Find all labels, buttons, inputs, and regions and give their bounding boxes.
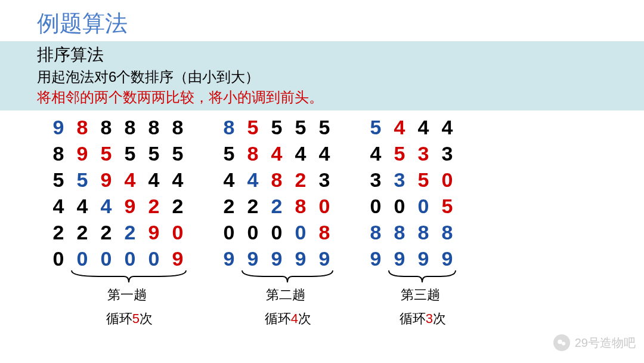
cell: 0 bbox=[143, 245, 165, 272]
cell: 4 bbox=[314, 140, 335, 167]
cell: 0 bbox=[167, 219, 188, 245]
cell: 0 bbox=[365, 193, 386, 219]
brace-icon bbox=[240, 269, 335, 285]
cell: 2 bbox=[218, 193, 240, 219]
cell: 2 bbox=[119, 219, 141, 245]
pass-block-1: 985420895420859420854920854290854209 第一趟… bbox=[48, 114, 188, 328]
cell: 0 bbox=[218, 219, 240, 245]
cell: 2 bbox=[95, 219, 117, 245]
cell: 0 bbox=[436, 167, 458, 193]
cell: 3 bbox=[436, 140, 458, 167]
cell: 4 bbox=[218, 167, 240, 193]
cell: 5 bbox=[95, 140, 117, 167]
cell: 8 bbox=[436, 219, 458, 245]
cell: 8 bbox=[218, 114, 240, 140]
grid-column: 985420 bbox=[48, 114, 69, 272]
cell: 4 bbox=[143, 167, 165, 193]
cell: 9 bbox=[143, 219, 165, 245]
grid-column: 430589 bbox=[436, 114, 458, 272]
watermark: 29号造物吧 bbox=[553, 334, 636, 351]
grid-column: 584209 bbox=[242, 114, 264, 272]
cell: 9 bbox=[314, 245, 335, 272]
cell: 0 bbox=[119, 245, 141, 272]
cell: 9 bbox=[242, 245, 264, 272]
cell: 9 bbox=[413, 245, 434, 272]
grid-column: 435089 bbox=[413, 114, 434, 272]
cell: 5 bbox=[389, 140, 410, 167]
pass-label: 第一趟 bbox=[107, 286, 147, 304]
grid-column: 542809 bbox=[290, 114, 311, 272]
cell: 4 bbox=[119, 167, 141, 193]
grid-column: 895420 bbox=[72, 114, 93, 272]
cell: 5 bbox=[218, 140, 240, 167]
watermark-text: 29号造物吧 bbox=[575, 335, 636, 351]
pass-block-3: 543089453089435089430589 第三趟循环3次 bbox=[365, 114, 458, 328]
cell: 3 bbox=[389, 167, 410, 193]
cell: 2 bbox=[266, 193, 287, 219]
pass-label: 第三趟 bbox=[401, 286, 440, 304]
cell: 0 bbox=[95, 245, 117, 272]
svg-point-0 bbox=[558, 340, 562, 344]
cell: 9 bbox=[266, 245, 287, 272]
cell: 2 bbox=[48, 219, 69, 245]
brace-icon bbox=[386, 269, 458, 285]
cell: 9 bbox=[389, 245, 410, 272]
cell: 8 bbox=[143, 114, 165, 140]
cell: 9 bbox=[365, 245, 386, 272]
cell: 0 bbox=[413, 193, 434, 219]
loop-label: 循环4次 bbox=[265, 310, 311, 328]
grid-column: 854290 bbox=[143, 114, 165, 272]
cell: 4 bbox=[72, 193, 93, 219]
grid-column: 543089 bbox=[365, 114, 386, 272]
cell: 4 bbox=[389, 114, 410, 140]
cell: 0 bbox=[72, 245, 93, 272]
cell: 0 bbox=[314, 193, 335, 219]
cell: 9 bbox=[48, 114, 69, 140]
cell: 0 bbox=[266, 219, 287, 245]
cell: 5 bbox=[365, 114, 386, 140]
cell: 3 bbox=[365, 167, 386, 193]
wechat-icon bbox=[553, 334, 570, 351]
sort-visualization: 985420895420859420854920854290854209 第一趟… bbox=[0, 110, 644, 328]
header-banner: 排序算法 用起泡法对6个数排序（由小到大） 将相邻的两个数两两比较，将小的调到前… bbox=[0, 41, 644, 110]
cell: 8 bbox=[95, 114, 117, 140]
cell: 5 bbox=[242, 114, 264, 140]
cell: 0 bbox=[290, 219, 311, 245]
cell: 5 bbox=[314, 114, 335, 140]
svg-point-1 bbox=[562, 342, 565, 346]
pass-block-2: 854209584209548209542809543089 第二趟循环4次 bbox=[218, 114, 335, 328]
cell: 9 bbox=[167, 245, 188, 272]
cell: 8 bbox=[242, 140, 264, 167]
cell: 4 bbox=[365, 140, 386, 167]
cell: 8 bbox=[266, 167, 287, 193]
cell: 9 bbox=[218, 245, 240, 272]
cell: 5 bbox=[143, 140, 165, 167]
cell: 2 bbox=[242, 193, 264, 219]
cell: 8 bbox=[314, 219, 335, 245]
cell: 2 bbox=[72, 219, 93, 245]
cell: 9 bbox=[290, 245, 311, 272]
cell: 5 bbox=[290, 114, 311, 140]
cell: 8 bbox=[290, 193, 311, 219]
cell: 0 bbox=[389, 193, 410, 219]
cell: 8 bbox=[413, 219, 434, 245]
cell: 5 bbox=[72, 167, 93, 193]
cell: 8 bbox=[389, 219, 410, 245]
page-title: 例题算法 bbox=[0, 0, 644, 41]
cell: 5 bbox=[413, 167, 434, 193]
cell: 4 bbox=[95, 193, 117, 219]
cell: 8 bbox=[72, 114, 93, 140]
description: 用起泡法对6个数排序（由小到大） bbox=[37, 67, 607, 87]
cell: 9 bbox=[72, 140, 93, 167]
cell: 8 bbox=[119, 114, 141, 140]
cell: 8 bbox=[167, 114, 188, 140]
grid-column: 543089 bbox=[314, 114, 335, 272]
pass-label: 第二趟 bbox=[266, 286, 305, 304]
brace-icon bbox=[69, 269, 188, 285]
cell: 4 bbox=[242, 167, 264, 193]
cell: 5 bbox=[436, 193, 458, 219]
grid-column: 854209 bbox=[167, 114, 188, 272]
grid-column: 859420 bbox=[95, 114, 117, 272]
cell: 2 bbox=[143, 193, 165, 219]
cell: 9 bbox=[119, 193, 141, 219]
